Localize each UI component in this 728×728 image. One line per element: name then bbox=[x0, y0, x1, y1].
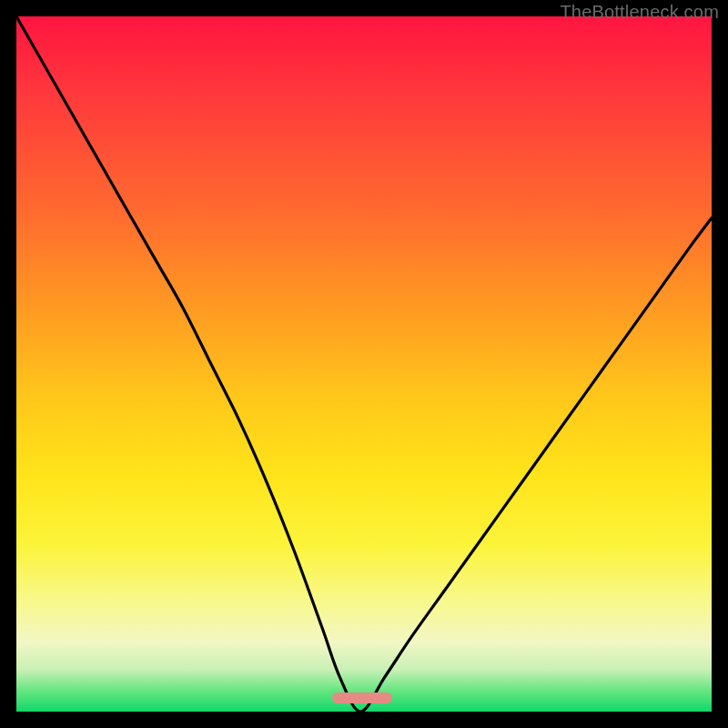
chart-frame: TheBottleneck.com bbox=[0, 0, 728, 728]
plot-area bbox=[16, 16, 712, 712]
minimum-marker bbox=[332, 693, 392, 703]
curve-path bbox=[16, 16, 712, 712]
bottleneck-curve bbox=[16, 16, 712, 712]
watermark-text: TheBottleneck.com bbox=[560, 2, 719, 23]
